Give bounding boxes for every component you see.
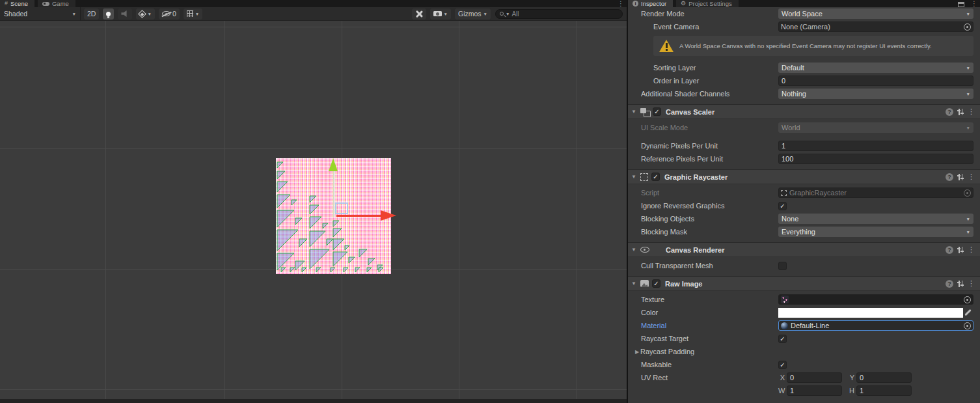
blocking-mask-row: Blocking Mask Everything ▼ [628, 225, 980, 238]
2d-toggle-button[interactable]: 2D [84, 8, 99, 20]
reference-ppu-label: Reference Pixels Per Unit [641, 155, 778, 163]
raw-image-enabled-checkbox[interactable]: ✓ [652, 279, 660, 288]
gizmos-dropdown[interactable]: Gizmos ▼ [455, 8, 491, 20]
sorting-layer-value: Default [782, 64, 966, 72]
presets-icon[interactable] [957, 108, 964, 116]
order-in-layer-field[interactable]: 0 [778, 76, 973, 86]
raw-image-title: Raw Image [665, 280, 702, 288]
tab-game[interactable]: Game [38, 0, 75, 7]
maskable-checkbox[interactable]: ✓ [778, 361, 787, 369]
graphic-raycaster-enabled-checkbox[interactable]: ✓ [651, 173, 660, 181]
foldout-closed-icon[interactable]: ▶ [634, 349, 640, 355]
scene-camera-settings-button[interactable]: ▼ [430, 8, 451, 20]
shading-mode-dropdown[interactable]: Shaded ▼ [0, 7, 81, 21]
gizmo-y-axis-arrow[interactable] [329, 158, 338, 171]
render-mode-dropdown[interactable]: World Space ▼ [778, 8, 973, 19]
gizmo-x-axis-line[interactable] [336, 215, 381, 217]
presets-icon[interactable] [957, 173, 964, 181]
inspector-panel-menu-icon[interactable]: ⋮ [968, 1, 980, 7]
object-picker-icon[interactable] [964, 296, 971, 303]
window-layout-icon[interactable] [958, 2, 964, 7]
blocking-objects-dropdown[interactable]: None ▼ [778, 214, 973, 224]
chevron-down-icon: ▼ [966, 66, 970, 70]
help-icon[interactable]: ? [946, 173, 953, 181]
raycast-target-row: Raycast Target ✓ [628, 332, 980, 345]
component-menu-icon[interactable]: ⋮ [968, 173, 975, 181]
foldout-open-icon[interactable]: ▼ [631, 109, 637, 115]
uv-x-field[interactable]: 0 [787, 372, 842, 383]
sorting-layer-dropdown[interactable]: Default ▼ [778, 63, 973, 73]
canvas-renderer-header[interactable]: ▼ Canvas Renderer ? ⋮ [628, 242, 980, 257]
scene-lighting-toggle[interactable] [103, 8, 114, 20]
eyedropper-icon[interactable] [963, 308, 972, 318]
scene-effects-button[interactable]: ▼ [136, 8, 154, 20]
additional-shader-channels-dropdown[interactable]: Nothing ▼ [778, 89, 973, 99]
help-icon[interactable]: ? [946, 108, 953, 116]
cull-transparent-mesh-checkbox[interactable] [778, 262, 787, 270]
component-menu-icon[interactable]: ⋮ [968, 107, 975, 116]
dynamic-ppu-field[interactable]: 1 [778, 141, 973, 151]
uv-h-field[interactable]: 1 [856, 385, 912, 396]
component-menu-icon[interactable]: ⋮ [968, 245, 975, 254]
graphic-raycaster-header[interactable]: ▼ ✓ Graphic Raycaster ? ⋮ [628, 169, 980, 184]
uv-w-label: W [778, 387, 785, 395]
help-icon[interactable]: ? [946, 280, 953, 288]
blocking-objects-label: Blocking Objects [641, 215, 778, 223]
chevron-down-icon: ▼ [72, 12, 76, 16]
tab-project-settings[interactable]: ⚙ Project Settings [676, 0, 739, 7]
gizmo-xy-plane-handle[interactable] [335, 202, 348, 214]
tab-inspector[interactable]: i Inspector [628, 0, 673, 7]
canvas-scaler-enabled-checkbox[interactable]: ✓ [653, 107, 661, 116]
scene-audio-toggle[interactable] [118, 8, 132, 20]
uv-w-field[interactable]: 1 [787, 385, 842, 396]
foldout-open-icon[interactable]: ▼ [631, 174, 637, 180]
canvas-renderer-icon [640, 247, 649, 253]
grid-line [577, 21, 577, 403]
material-value: Default-Line [791, 322, 961, 329]
raw-image-header[interactable]: ▼ ✓ Raw Image ? ⋮ [628, 276, 980, 290]
material-sphere-icon [781, 322, 788, 329]
component-menu-icon[interactable]: ⋮ [968, 279, 975, 288]
canvas-warning: A World Space Canvas with no specified E… [653, 36, 973, 56]
uv-y-field[interactable]: 0 [856, 372, 912, 383]
reference-ppu-field[interactable]: 100 [778, 154, 973, 164]
shading-mode-label: Shaded [4, 10, 27, 18]
uv-rect-label: UV Rect [641, 374, 778, 382]
tab-inspector-label: Inspector [641, 0, 666, 7]
raycast-target-checkbox[interactable]: ✓ [778, 335, 787, 343]
scene-visibility-toggle[interactable]: 0 [159, 8, 180, 20]
uv-h-label: H [848, 387, 854, 395]
inspector-panel: i Inspector ⚙ Project Settings ⋮ Render … [628, 0, 980, 403]
tools-icon [415, 10, 423, 18]
foldout-open-icon[interactable]: ▼ [631, 247, 637, 253]
material-field[interactable]: Default-Line [778, 320, 973, 331]
tab-scene[interactable]: # Scene [0, 0, 34, 7]
ignore-reversed-graphics-checkbox[interactable]: ✓ [778, 202, 787, 210]
foldout-open-icon[interactable]: ▼ [631, 281, 637, 286]
event-camera-label: Event Camera [653, 23, 778, 31]
gizmo-x-axis-arrow[interactable] [381, 210, 396, 221]
scene-panel-menu-icon[interactable]: ⋮ [615, 1, 627, 7]
additional-shader-channels-row: Additional Shader Channels Nothing ▼ [628, 87, 980, 100]
script-icon [781, 190, 787, 196]
scene-search-box[interactable]: ▼ [495, 9, 623, 19]
texture-row: Texture [628, 293, 980, 306]
scene-bottom-edge [0, 399, 627, 403]
blocking-mask-dropdown[interactable]: Everything ▼ [778, 227, 973, 237]
help-icon[interactable]: ? [946, 246, 953, 254]
texture-field[interactable] [778, 294, 973, 305]
scene-search-input[interactable] [511, 10, 618, 18]
canvas-scaler-header[interactable]: ▼ ✓ Canvas Scaler ? ⋮ [628, 104, 980, 118]
gizmo-y-axis-line[interactable] [333, 171, 334, 217]
grid-line [0, 148, 627, 149]
presets-icon[interactable] [957, 246, 964, 254]
event-camera-field[interactable]: None (Camera) [778, 21, 973, 32]
color-swatch[interactable] [778, 308, 963, 318]
grid-line [0, 27, 627, 27]
component-tools-button[interactable] [412, 8, 426, 20]
presets-icon[interactable] [957, 280, 964, 288]
object-picker-icon[interactable] [964, 23, 971, 31]
object-picker-icon[interactable] [964, 322, 971, 329]
grid-visibility-button[interactable]: ▼ [184, 8, 202, 20]
scene-viewport[interactable] [0, 21, 627, 403]
